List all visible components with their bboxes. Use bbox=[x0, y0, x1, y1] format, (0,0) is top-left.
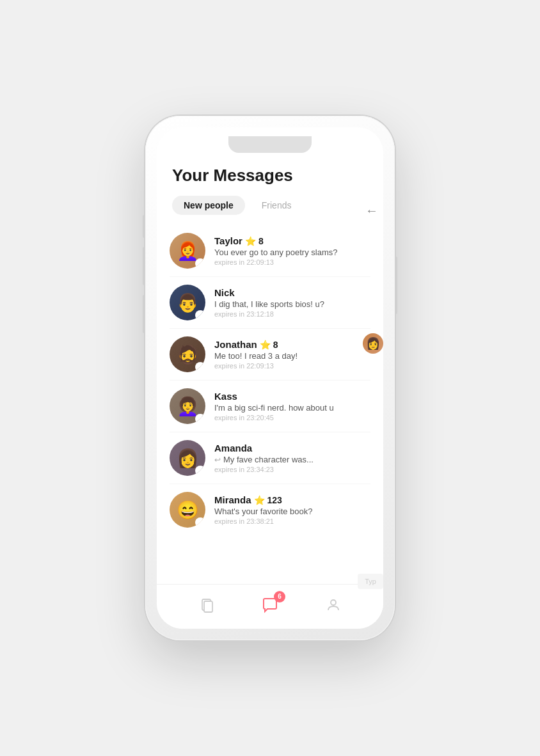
messages-badge: 6 bbox=[274, 591, 285, 602]
clock-badge: ⏱ bbox=[195, 362, 205, 372]
message-content-nick: Nick I dig that, I like sports bios! u? … bbox=[214, 287, 370, 318]
profile-icon bbox=[326, 597, 341, 617]
message-content-taylor: Taylor ⭐ 8 You ever go to any poetry sla… bbox=[214, 235, 370, 266]
message-item-miranda[interactable]: 😄 ⏱ Miranda ⭐ 123 What's your favorite b… bbox=[157, 484, 383, 535]
message-item-jonathan[interactable]: 🧔 ⏱ Jonathan ⭐ 8 Me too! I read 3 a day!… bbox=[157, 329, 383, 380]
message-item-amanda[interactable]: 👩 ⏱ Amanda ↩My fave character was... exp… bbox=[157, 432, 383, 484]
clock-badge: ⏱ bbox=[195, 517, 205, 528]
screen-content: Your Messages New people Friends 👩‍🦰 ⏱ bbox=[157, 127, 383, 629]
star-icon: ⭐ bbox=[260, 340, 271, 350]
message-expires-miranda: expires in 23:38:21 bbox=[214, 517, 370, 525]
message-score: 123 bbox=[267, 495, 282, 505]
message-content-kass: Kass I'm a big sci-fi nerd. how about u … bbox=[214, 391, 370, 421]
tab-friends[interactable]: Friends bbox=[250, 196, 303, 215]
avatar-taylor: 👩‍🦰 ⏱ bbox=[170, 233, 205, 269]
messages-icon bbox=[261, 601, 279, 617]
clock-badge: ⏱ bbox=[195, 258, 205, 269]
avatar-kass: 👩‍🦱 ⏱ bbox=[170, 388, 205, 424]
message-score: 8 bbox=[273, 340, 278, 350]
message-item-nick[interactable]: 👨 ⏱ Nick I dig that, I like sports bios!… bbox=[157, 277, 383, 328]
message-item-taylor[interactable]: 👩‍🦰 ⏱ Taylor ⭐ 8 You ever go to any poet… bbox=[157, 225, 383, 276]
name-row-amanda: Amanda bbox=[214, 443, 370, 453]
message-text-nick: I dig that, I like sports bios! u? bbox=[214, 299, 370, 309]
clock-badge: ⏱ bbox=[195, 466, 205, 476]
cards-icon bbox=[199, 597, 214, 617]
name-row-jonathan: Jonathan ⭐ 8 bbox=[214, 339, 370, 350]
message-item-kass[interactable]: 👩‍🦱 ⏱ Kass I'm a big sci-fi nerd. how ab… bbox=[157, 381, 383, 432]
reply-icon: ↩ bbox=[214, 455, 221, 464]
message-expires-amanda: expires in 23:34:23 bbox=[214, 466, 370, 473]
name-row-miranda: Miranda ⭐ 123 bbox=[214, 494, 370, 505]
message-name-nick: Nick bbox=[214, 287, 235, 298]
name-row-taylor: Taylor ⭐ 8 bbox=[214, 235, 370, 246]
nav-profile[interactable] bbox=[326, 597, 341, 617]
svg-point-2 bbox=[331, 600, 336, 605]
message-expires-jonathan: expires in 22:09:13 bbox=[214, 362, 370, 370]
message-score: 8 bbox=[258, 236, 264, 246]
message-content-amanda: Amanda ↩My fave character was... expires… bbox=[214, 443, 370, 473]
message-name-miranda: Miranda bbox=[214, 494, 251, 505]
notch bbox=[228, 136, 312, 153]
screen: Your Messages New people Friends 👩‍🦰 ⏱ bbox=[157, 127, 383, 629]
power-button bbox=[395, 256, 397, 314]
name-row-nick: Nick bbox=[214, 287, 370, 298]
volume-up-button bbox=[143, 247, 145, 285]
type-hint: Typ bbox=[358, 574, 383, 589]
message-name-amanda: Amanda bbox=[214, 443, 252, 453]
avatar-amanda: 👩 ⏱ bbox=[170, 440, 205, 476]
phone-wrapper: ← 👩 Typ Your Messages New people Friends bbox=[145, 116, 395, 640]
svg-rect-1 bbox=[204, 601, 212, 612]
back-button[interactable]: ← bbox=[360, 199, 383, 222]
message-content-jonathan: Jonathan ⭐ 8 Me too! I read 3 a day! exp… bbox=[214, 339, 370, 370]
message-text-amanda: ↩My fave character was... bbox=[214, 455, 370, 464]
message-text-jonathan: Me too! I read 3 a day! bbox=[214, 351, 370, 361]
message-expires-kass: expires in 23:20:45 bbox=[214, 414, 370, 421]
message-expires-taylor: expires in 22:09:13 bbox=[214, 258, 370, 266]
message-name-jonathan: Jonathan bbox=[214, 339, 257, 350]
avatar-jonathan: 🧔 ⏱ bbox=[170, 336, 205, 372]
message-name-taylor: Taylor bbox=[214, 235, 242, 246]
avatar-miranda: 😄 ⏱ bbox=[170, 492, 205, 528]
messages-list: 👩‍🦰 ⏱ Taylor ⭐ 8 You ever go to any poet… bbox=[157, 220, 383, 584]
message-text-kass: I'm a big sci-fi nerd. how about u bbox=[214, 403, 370, 413]
message-name-kass: Kass bbox=[214, 391, 237, 402]
tab-bar: New people Friends bbox=[172, 196, 368, 215]
nav-cards[interactable] bbox=[199, 597, 214, 617]
star-icon: ⭐ bbox=[254, 495, 265, 505]
star-icon: ⭐ bbox=[245, 236, 256, 246]
volume-down-button bbox=[143, 295, 145, 333]
nav-messages[interactable]: 6 bbox=[261, 596, 279, 618]
name-row-kass: Kass bbox=[214, 391, 370, 402]
message-text-miranda: What's your favorite book? bbox=[214, 507, 370, 516]
avatar-nick: 👨 ⏱ bbox=[170, 285, 205, 320]
message-expires-nick: expires in 23:12:18 bbox=[214, 310, 370, 318]
volume-mute-button bbox=[143, 215, 145, 238]
message-text-taylor: You ever go to any poetry slams? bbox=[214, 248, 370, 257]
page-title: Your Messages bbox=[172, 166, 368, 185]
peeking-avatar: 👩 bbox=[363, 333, 383, 354]
message-content-miranda: Miranda ⭐ 123 What's your favorite book?… bbox=[214, 494, 370, 525]
tab-new-people[interactable]: New people bbox=[172, 196, 245, 215]
clock-badge: ⏱ bbox=[195, 310, 205, 320]
bottom-nav: 6 bbox=[157, 584, 383, 629]
clock-badge: ⏱ bbox=[195, 414, 205, 424]
